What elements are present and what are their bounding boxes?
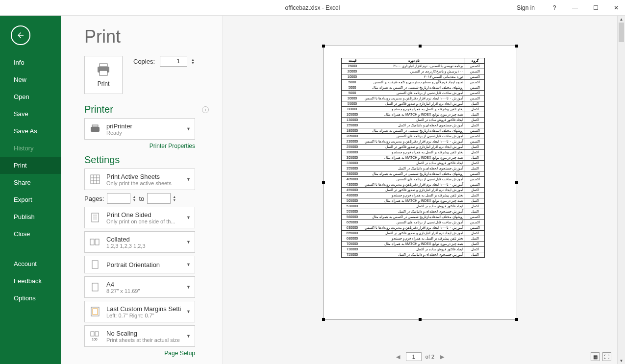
table-row: اکسلآموزش جستجوی لحظه ای و داینامیک در ا… — [342, 252, 485, 257]
scaling-select[interactable]: 100 No ScalingPrint sheets at their actu… — [84, 325, 195, 347]
info-icon[interactable]: i — [202, 106, 209, 113]
margins-select[interactable]: Last Custom Margins SettingLeft: 0.7" Ri… — [84, 301, 195, 322]
table-row: اکسلآموزش ایجاد نرم افزار انبارداری و صد… — [342, 230, 485, 236]
nav-publish[interactable]: Publish — [0, 208, 61, 225]
table-row: اکسلایجاد فاکتور فروش ساده در اکسل530000 — [342, 203, 485, 209]
svg-text:100: 100 — [92, 338, 98, 341]
table-row: اکسسآموزش ۰ تا ۱۰۰ ایجاد نرم افزار دفترت… — [342, 139, 485, 144]
table-row: اکسلایجاد فاکتور فروش ساده در اکسل730000 — [342, 246, 485, 252]
svg-rect-16 — [92, 261, 98, 268]
table-row: اکسلدفتر تلفن پیشرفته در اکسل به همراه ف… — [342, 106, 485, 112]
print-button[interactable]: Print — [84, 56, 123, 94]
svg-rect-5 — [91, 175, 100, 184]
table-row: اکسسروشهای مختلف استفاده ازتاریخ شمسی در… — [342, 214, 485, 219]
sidebar: Info New Open Save Save As History Print… — [0, 16, 61, 364]
print-button-label: Print — [98, 80, 110, 87]
sides-select[interactable]: Print One SidedOnly print on one side of… — [84, 207, 195, 228]
collate-select[interactable]: Collated1,2,3 1,2,3 1,2,3 ▼ — [84, 231, 195, 253]
chevron-down-icon: ▼ — [186, 177, 191, 182]
scroll-thumb[interactable] — [619, 23, 624, 42]
page-number-input[interactable] — [406, 352, 422, 361]
table-row: اکسلآموزش ایجاد نرم افزار انبارداری و صد… — [342, 101, 485, 106]
printer-select[interactable]: priPrinter Ready ▼ — [84, 118, 195, 140]
zoom-to-page-button[interactable]: ⛶ — [602, 352, 611, 361]
table-row: اکسسآموزش ساخت قابل نصبی از برنامه های ا… — [342, 90, 485, 96]
nav-share[interactable]: Share — [0, 174, 61, 191]
printer-icon — [96, 63, 111, 76]
table-row: اکسلدفتر تلفن پیشرفته در اکسل به همراه ف… — [342, 236, 485, 241]
table-row: اکسس۱۰۰پرسش و پاسخ کاربردی در اکسس20000 — [342, 69, 485, 74]
nav-print[interactable]: Print — [0, 157, 61, 174]
preview-table: گروه نام دوره قیمت اکسسبرنامه نویسی با ا… — [341, 58, 485, 258]
scrollbar[interactable]: ▲ ▼ — [617, 16, 625, 364]
nav-new[interactable]: New — [0, 71, 61, 88]
table-row: اکسسآموزش ۰ تا ۱۰۰ ایجاد نرم افزار دفترت… — [342, 182, 485, 187]
table-row: اکسلآموزش ایجاد نرم افزار انبارداری و صد… — [342, 187, 485, 193]
next-page-button[interactable]: ▶ — [438, 354, 446, 360]
back-arrow-icon — [16, 31, 25, 40]
chevron-down-icon: ▼ — [186, 126, 191, 131]
signin-link[interactable]: Sign in — [517, 4, 535, 11]
copies-spinner[interactable]: ▲▼ — [191, 58, 195, 65]
nav-info[interactable]: Info — [0, 54, 61, 71]
print-panel: Print Print Copies: ▲▼ Printer i — [61, 16, 223, 364]
nav-feedback[interactable]: Feedback — [0, 272, 61, 290]
table-row: اکسسآموزش ۰ تا ۱۰۰ ایجاد نرم افزار دفترت… — [342, 96, 485, 101]
back-button[interactable] — [11, 25, 30, 45]
page-icon — [89, 211, 101, 224]
page-setup-link[interactable]: Page Setup — [84, 350, 195, 357]
svg-rect-0 — [100, 64, 107, 67]
page-total-label: of 2 — [425, 354, 434, 360]
print-what-select[interactable]: Print Active SheetsOnly print the active… — [84, 169, 195, 190]
printer-name: priPrinter — [106, 122, 181, 130]
svg-rect-2 — [100, 71, 107, 75]
table-row: اکسلهمه چیز در مورد توابع INDEX و MATCH … — [342, 155, 485, 160]
preview-footer: ◀ of 2 ▶ ▦ ⛶ — [223, 349, 617, 364]
paper-select[interactable]: A48.27" x 11.69" ▼ — [84, 276, 195, 298]
settings-header: Settings — [84, 154, 214, 166]
table-row: اکسسدوره مقدماتی اکسس ۲۰۱۳10000 — [342, 74, 485, 79]
help-icon[interactable]: ? — [550, 3, 559, 13]
minimize-icon[interactable]: — — [570, 3, 580, 13]
nav-save-as[interactable]: Save As — [0, 122, 61, 140]
scroll-up-icon[interactable]: ▲ — [618, 16, 625, 23]
prev-page-button[interactable]: ◀ — [394, 354, 402, 360]
copies-input[interactable] — [160, 56, 187, 67]
close-icon[interactable]: ✕ — [611, 3, 621, 13]
table-row: اکسسروشهای مختلف استفاده ازتاریخ شمسی در… — [342, 85, 485, 90]
pages-to-input[interactable] — [147, 193, 171, 204]
nav-account[interactable]: Account — [0, 255, 61, 272]
nav-options[interactable]: Options — [0, 290, 61, 307]
table-row: اکسلهمه چیز در مورد توابع INDEX و MATCH … — [342, 198, 485, 203]
nav-export[interactable]: Export — [0, 191, 61, 208]
pages-to-label: to — [139, 195, 144, 202]
sheets-icon — [89, 173, 101, 186]
printer-properties-link[interactable]: Printer Properties — [84, 143, 195, 149]
nav-history: History — [0, 140, 61, 157]
show-margins-button[interactable]: ▦ — [591, 352, 600, 361]
svg-rect-20 — [91, 332, 94, 336]
table-row: اکسسآموزش ۰ تا ۱۰۰ ایجاد نرم افزار دفترت… — [342, 225, 485, 230]
window-title: officebaz.xlsx - Excel — [285, 4, 340, 11]
scroll-down-icon[interactable]: ▼ — [618, 357, 625, 364]
pages-from-input[interactable] — [107, 193, 130, 204]
paper-icon — [89, 281, 101, 293]
nav-save[interactable]: Save — [0, 105, 61, 122]
nav-close[interactable]: Close — [0, 225, 61, 243]
orientation-select[interactable]: Portrait Orientation ▼ — [84, 256, 195, 273]
preview-area: گروه نام دوره قیمت اکسسبرنامه نویسی با ا… — [223, 16, 617, 364]
table-row: اکسلآموزش ایجاد نرم افزار انبارداری و صد… — [342, 144, 485, 149]
table-row: اکسسروشهای مختلف استفاده ازتاریخ شمسی در… — [342, 171, 485, 176]
table-row: اکسلآموزش جستجوی لحظه ای و داینامیک در ا… — [342, 122, 485, 128]
titlebar: officebaz.xlsx - Excel Sign in ? — ☐ ✕ — [0, 0, 625, 16]
page-title: Print — [84, 26, 214, 47]
margins-icon — [89, 305, 101, 318]
table-row: اکسلایجاد فاکتور فروش ساده در اکسل130000 — [342, 117, 485, 122]
printer-header: Printer i — [84, 104, 214, 115]
table-row: اکسسروشهای مختلف استفاده ازتاریخ شمسی در… — [342, 128, 485, 133]
chevron-down-icon: ▼ — [186, 285, 191, 290]
nav-open[interactable]: Open — [0, 88, 61, 105]
table-row: اکسلهمه چیز در مورد توابع INDEX و MATCH … — [342, 241, 485, 246]
maximize-icon[interactable]: ☐ — [591, 3, 600, 13]
svg-rect-3 — [91, 127, 100, 132]
